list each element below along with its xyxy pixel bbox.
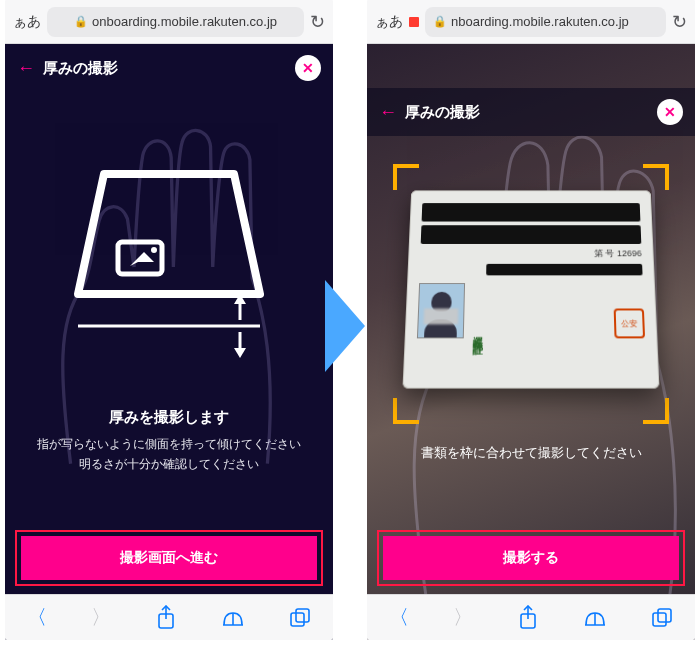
- svg-rect-15: [653, 613, 666, 626]
- cta-highlight-box: 撮影する: [377, 530, 685, 586]
- url-text: nboarding.mobile.rakuten.co.jp: [451, 14, 629, 29]
- card-stamp-icon: 公安: [614, 308, 645, 338]
- capture-instruction: 書類を枠に合わせて撮影してください: [367, 444, 695, 462]
- nav-back-button[interactable]: 〈: [27, 604, 47, 631]
- instruction-body: 厚みを撮影します 指が写らないように側面を持って傾けてください 明るさが十分か確…: [5, 92, 333, 640]
- phone-camera-screen: ぁあ 🔒 nboarding.mobile.rakuten.co.jp ↻ ← …: [367, 0, 695, 640]
- safari-address-bar: ぁあ 🔒 nboarding.mobile.rakuten.co.jp ↻: [367, 0, 695, 44]
- url-text: onboarding.mobile.rakuten.co.jp: [92, 14, 277, 29]
- lock-icon: 🔒: [433, 15, 447, 28]
- close-icon: ✕: [302, 60, 314, 76]
- app-header: ← 厚みの撮影 ✕: [367, 88, 695, 136]
- cta-highlight-box: 撮影画面へ進む: [15, 530, 323, 586]
- recording-indicator-icon: [409, 17, 419, 27]
- bookmarks-icon[interactable]: [583, 607, 607, 629]
- share-icon[interactable]: [155, 605, 177, 631]
- frame-corner-icon: [643, 164, 669, 190]
- text-size-button[interactable]: ぁあ: [13, 13, 41, 31]
- svg-rect-10: [296, 609, 309, 622]
- page-title: 厚みの撮影: [405, 103, 480, 122]
- page-title: 厚みの撮影: [43, 59, 118, 78]
- safari-address-bar: ぁあ 🔒 onboarding.mobile.rakuten.co.jp ↻: [5, 0, 333, 44]
- close-icon: ✕: [664, 104, 676, 120]
- id-card-preview: 第 号 12696 運転免許証 公安: [402, 190, 659, 388]
- flow-arrow-icon: [325, 280, 365, 372]
- phone-instruction-screen: ぁあ 🔒 onboarding.mobile.rakuten.co.jp ↻ ←…: [5, 0, 333, 640]
- svg-point-1: [151, 247, 157, 253]
- close-button[interactable]: ✕: [657, 99, 683, 125]
- back-arrow-icon[interactable]: ←: [379, 102, 397, 123]
- proceed-to-capture-button[interactable]: 撮影画面へ進む: [21, 536, 317, 580]
- reload-button[interactable]: ↻: [310, 11, 325, 33]
- svg-rect-16: [658, 609, 671, 622]
- tabs-icon[interactable]: [289, 607, 311, 629]
- card-stripe: [421, 225, 642, 244]
- frame-corner-icon: [393, 164, 419, 190]
- instruction-subtext: 指が写らないように側面を持って傾けてください 明るさが十分か確認してください: [37, 435, 301, 474]
- reload-button[interactable]: ↻: [672, 11, 687, 33]
- privacy-blur: [424, 308, 459, 324]
- instruction-title: 厚みを撮影します: [109, 408, 229, 427]
- nav-forward-button: 〉: [453, 604, 473, 631]
- nav-forward-button: 〉: [91, 604, 111, 631]
- app-header: ← 厚みの撮影 ✕: [5, 44, 333, 92]
- share-icon[interactable]: [517, 605, 539, 631]
- card-title-text: 運転免許証: [470, 328, 484, 338]
- safari-toolbar: 〈 〉: [367, 594, 695, 640]
- card-stripe: [486, 264, 642, 276]
- url-field[interactable]: 🔒 onboarding.mobile.rakuten.co.jp: [47, 7, 304, 37]
- capture-frame: 第 号 12696 運転免許証 公安: [393, 164, 669, 424]
- tabs-icon[interactable]: [651, 607, 673, 629]
- svg-rect-9: [291, 613, 304, 626]
- text-size-button[interactable]: ぁあ: [375, 13, 403, 31]
- safari-toolbar: 〈 〉: [5, 594, 333, 640]
- card-stripe: [422, 203, 641, 221]
- close-button[interactable]: ✕: [295, 55, 321, 81]
- bookmarks-icon[interactable]: [221, 607, 245, 629]
- frame-corner-icon: [643, 398, 669, 424]
- card-tilt-illustration: [21, 104, 317, 404]
- card-number-row: 第 号 12696: [420, 248, 642, 260]
- frame-corner-icon: [393, 398, 419, 424]
- capture-button[interactable]: 撮影する: [383, 536, 679, 580]
- lock-icon: 🔒: [74, 15, 88, 28]
- camera-preview: ← 厚みの撮影 ✕ 第 号 12696: [367, 44, 695, 640]
- url-field[interactable]: 🔒 nboarding.mobile.rakuten.co.jp: [425, 7, 666, 37]
- nav-back-button[interactable]: 〈: [389, 604, 409, 631]
- back-arrow-icon[interactable]: ←: [17, 58, 35, 79]
